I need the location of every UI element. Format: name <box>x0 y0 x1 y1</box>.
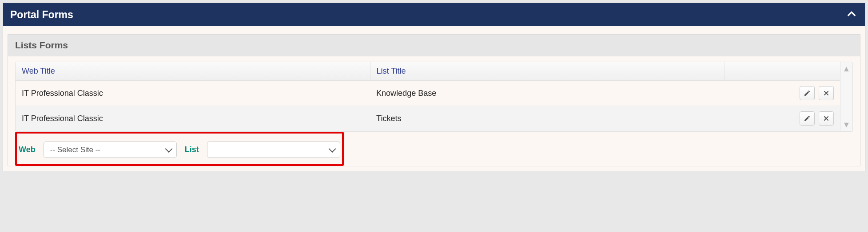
panel-header: Portal Forms <box>3 3 865 26</box>
table-row[interactable]: IT Professional Classic Tickets <box>16 106 840 131</box>
web-select[interactable]: -- Select Site -- <box>44 142 177 158</box>
panel-body: Lists Forms Web Title List Title <box>3 26 865 171</box>
cell-web-title: IT Professional Classic <box>16 106 370 131</box>
list-select[interactable] <box>207 142 340 158</box>
lists-forms-grid: Web Title List Title IT Professional Cla… <box>15 62 853 132</box>
close-icon <box>823 90 830 97</box>
scroll-up-icon[interactable]: ▲ <box>843 65 851 73</box>
column-header-actions <box>725 62 840 81</box>
subsection-title: Lists Forms <box>8 35 860 56</box>
web-select-wrapper: -- Select Site -- <box>44 142 177 158</box>
list-label: List <box>185 145 199 154</box>
cell-web-title: IT Professional Classic <box>16 81 370 106</box>
web-label: Web <box>19 145 36 154</box>
cell-list-title: Knowledge Base <box>370 81 725 106</box>
cell-actions <box>725 81 840 106</box>
delete-button[interactable] <box>819 86 834 100</box>
column-header-web-title[interactable]: Web Title <box>16 62 370 81</box>
cell-list-title: Tickets <box>370 106 725 131</box>
cell-actions <box>725 106 840 131</box>
table-header-row: Web Title List Title <box>16 62 840 81</box>
lists-forms-section: Lists Forms Web Title List Title <box>8 34 860 166</box>
panel-title: Portal Forms <box>10 9 73 21</box>
scroll-down-icon[interactable]: ▼ <box>843 121 851 129</box>
grid-scrollbar[interactable]: ▲ ▼ <box>840 62 852 131</box>
close-icon <box>823 115 830 122</box>
edit-button[interactable] <box>800 111 815 126</box>
table-row[interactable]: IT Professional Classic Knowledge Base <box>16 81 840 106</box>
grid-main: Web Title List Title IT Professional Cla… <box>16 62 840 131</box>
portal-forms-panel: Portal Forms Lists Forms Web Title List … <box>3 3 865 171</box>
pencil-icon <box>804 115 811 122</box>
collapse-icon[interactable] <box>845 8 858 22</box>
list-select-wrapper <box>207 142 340 158</box>
add-form-footer: Web -- Select Site -- List <box>15 132 344 166</box>
pencil-icon <box>804 90 811 97</box>
delete-button[interactable] <box>819 111 834 126</box>
lists-forms-table: Web Title List Title IT Professional Cla… <box>16 62 840 131</box>
column-header-list-title[interactable]: List Title <box>370 62 725 81</box>
subsection-body: Web Title List Title IT Professional Cla… <box>8 56 860 166</box>
edit-button[interactable] <box>800 86 815 100</box>
